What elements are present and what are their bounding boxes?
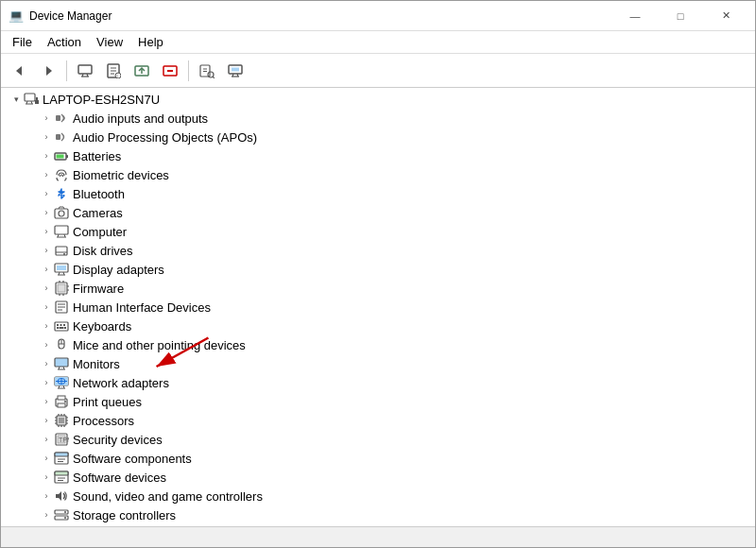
- list-item[interactable]: › Cameras: [1, 203, 755, 222]
- scan-changes-button[interactable]: [194, 58, 220, 84]
- expand-arrow[interactable]: ›: [39, 205, 54, 220]
- monitors-icon: [54, 356, 69, 371]
- item-label: Keyboards: [73, 319, 131, 334]
- expand-arrow[interactable]: ›: [39, 300, 54, 315]
- tree-root[interactable]: ▾ LAPTOP-ESH2SN7U: [1, 90, 755, 109]
- forward-icon: [42, 64, 55, 77]
- properties-button[interactable]: i: [100, 58, 127, 84]
- list-item[interactable]: › Sound, video and game controllers: [1, 487, 755, 505]
- root-label: LAPTOP-ESH2SN7U: [43, 93, 160, 107]
- svg-marker-1: [46, 66, 52, 76]
- svg-rect-64: [57, 324, 59, 326]
- back-button[interactable]: [7, 58, 33, 84]
- list-item[interactable]: › Batteries: [1, 146, 755, 165]
- monitor-button[interactable]: [222, 58, 249, 84]
- expand-arrow[interactable]: ›: [39, 432, 54, 447]
- list-item[interactable]: › TPM Security devices: [1, 430, 755, 449]
- menu-view[interactable]: View: [89, 33, 130, 51]
- list-item[interactable]: › Biometric devices: [1, 165, 755, 184]
- network-icon: [54, 375, 69, 390]
- svg-rect-68: [60, 327, 64, 329]
- svg-rect-26: [25, 94, 35, 101]
- list-item[interactable]: › System devices: [1, 524, 755, 526]
- bluetooth-icon: [54, 186, 69, 201]
- uninstall-button[interactable]: [157, 58, 183, 84]
- list-item[interactable]: › Mice and other pointing devices: [1, 335, 755, 354]
- item-label: Disk drives: [73, 244, 133, 258]
- list-item[interactable]: › Audio Processing Objects (APOs): [1, 128, 755, 146]
- expand-arrow[interactable]: ›: [39, 111, 54, 126]
- svg-point-88: [64, 401, 66, 402]
- expand-arrow[interactable]: ›: [39, 262, 54, 277]
- expand-arrow[interactable]: ›: [39, 243, 54, 258]
- svg-rect-25: [232, 67, 239, 71]
- svg-rect-66: [63, 324, 65, 326]
- expand-arrow[interactable]: ›: [39, 337, 54, 352]
- battery-icon: [54, 148, 69, 163]
- expand-arrow[interactable]: ›: [39, 413, 54, 428]
- list-item[interactable]: › Software components: [1, 449, 755, 468]
- device-manager-window: 💻 Device Manager — □ ✕ File Action View …: [0, 0, 756, 548]
- software-devices-icon: [54, 470, 69, 485]
- menu-bar: File Action View Help: [1, 31, 755, 54]
- expand-arrow[interactable]: ›: [39, 186, 54, 201]
- forward-button[interactable]: [35, 58, 61, 84]
- camera-icon: [54, 205, 69, 220]
- item-label: Processors: [73, 414, 134, 428]
- list-item[interactable]: › Computer: [1, 222, 755, 241]
- list-item[interactable]: › Firmware: [1, 279, 755, 298]
- svg-rect-36: [57, 155, 64, 159]
- audio-icon: [54, 111, 69, 126]
- expand-arrow[interactable]: ›: [39, 488, 54, 504]
- menu-help[interactable]: Help: [130, 33, 171, 51]
- expand-arrow[interactable]: ›: [39, 394, 54, 409]
- svg-rect-35: [66, 155, 68, 158]
- svg-text:TPM: TPM: [59, 437, 69, 443]
- item-label: Mice and other pointing devices: [73, 338, 246, 352]
- item-label: Firmware: [73, 282, 124, 296]
- computer-view-button[interactable]: [72, 58, 98, 84]
- expand-arrow[interactable]: ›: [39, 356, 54, 371]
- list-item[interactable]: › Software devices: [1, 468, 755, 487]
- expand-arrow[interactable]: ›: [39, 470, 54, 485]
- list-item[interactable]: › Keyboards: [1, 317, 755, 335]
- minimize-button[interactable]: —: [613, 1, 657, 31]
- close-button[interactable]: ✕: [704, 1, 747, 31]
- svg-rect-32: [56, 115, 60, 121]
- svg-rect-87: [58, 403, 65, 407]
- maximize-button[interactable]: □: [659, 1, 702, 31]
- hid-icon: [54, 300, 69, 315]
- expand-arrow[interactable]: ›: [39, 507, 54, 522]
- list-item[interactable]: › Print queues: [1, 392, 755, 411]
- list-item[interactable]: › Storage controllers: [1, 505, 755, 524]
- expand-arrow[interactable]: ›: [39, 224, 54, 239]
- root-expand-arrow[interactable]: ▾: [9, 92, 24, 107]
- expand-arrow[interactable]: ›: [39, 318, 54, 334]
- list-item[interactable]: › Human Interface Devices: [1, 298, 755, 317]
- uninstall-icon: [163, 63, 178, 78]
- menu-action[interactable]: Action: [40, 33, 89, 51]
- back-icon: [13, 64, 26, 77]
- list-item[interactable]: › Monitors: [1, 354, 755, 373]
- svg-rect-67: [57, 327, 59, 329]
- expand-arrow[interactable]: ›: [39, 451, 54, 466]
- list-item[interactable]: › Bluetooth: [1, 184, 755, 203]
- expand-arrow[interactable]: ›: [39, 167, 54, 182]
- svg-text:i: i: [117, 73, 118, 78]
- list-item[interactable]: › Audio inputs and outputs: [1, 109, 755, 128]
- print-icon: [54, 394, 69, 409]
- list-item[interactable]: › Display adapters: [1, 260, 755, 279]
- update-driver-button[interactable]: [129, 58, 155, 84]
- svg-rect-47: [57, 265, 66, 270]
- scan-icon: [199, 63, 215, 78]
- expand-arrow[interactable]: ›: [39, 375, 54, 390]
- list-item[interactable]: › Disk drives: [1, 241, 755, 260]
- menu-file[interactable]: File: [5, 33, 40, 51]
- tree-view: ▾ LAPTOP-ESH2SN7U ›: [1, 88, 755, 526]
- list-item[interactable]: ›: [1, 411, 755, 430]
- expand-arrow[interactable]: ›: [39, 129, 54, 145]
- list-item[interactable]: › Network adapters: [1, 373, 755, 392]
- svg-rect-2: [78, 65, 92, 74]
- expand-arrow[interactable]: ›: [39, 148, 54, 163]
- expand-arrow[interactable]: ›: [39, 281, 54, 296]
